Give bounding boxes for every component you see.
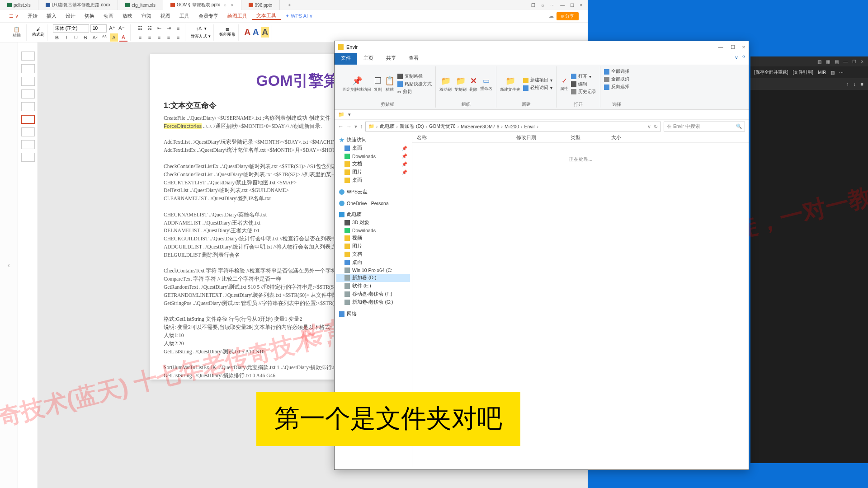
close-icon[interactable]: ×	[861, 59, 863, 64]
arrow-up-icon[interactable]: ↑	[846, 81, 849, 87]
align-right-icon[interactable]: ≡	[155, 33, 163, 42]
layout-icon[interactable]: ▥	[817, 59, 821, 64]
wordart-yellow-icon[interactable]: A	[261, 27, 269, 38]
close-icon[interactable]: ×	[231, 3, 234, 8]
maximize-icon[interactable]: ☐	[852, 59, 856, 64]
strike-button[interactable]: S	[81, 33, 90, 42]
nav-gdrive[interactable]: 新加卷-老移动 (G:)	[336, 298, 410, 306]
tab-gom-pptx[interactable]: GOM引擎课程表.pptx○×	[163, 0, 241, 10]
nav-desktop[interactable]: 桌面📌	[336, 144, 410, 152]
increase-font-icon[interactable]: A⁺	[108, 24, 116, 33]
align-left-icon[interactable]: ≡	[136, 33, 144, 42]
layout-icon[interactable]: ▦	[826, 59, 830, 64]
forward-button[interactable]: →	[346, 123, 352, 130]
menu-start[interactable]: 开始	[23, 13, 42, 19]
menu-insert[interactable]: 插入	[42, 13, 61, 19]
layout-icon[interactable]: ▤	[835, 59, 839, 64]
minimize-icon[interactable]: —	[718, 44, 723, 50]
menu-text-tool[interactable]: 文本工具	[252, 12, 281, 20]
format-brush[interactable]: 🖌格式刷	[32, 27, 44, 38]
close-icon[interactable]: ×	[580, 3, 582, 8]
maximize-icon[interactable]: ☐	[731, 44, 735, 50]
copy-path-button[interactable]: 复制路径	[397, 73, 432, 80]
nav-ddrive[interactable]: 新加卷 (D:)	[336, 274, 410, 282]
copy-to-button[interactable]: 📁复制到	[454, 76, 467, 93]
more-icon[interactable]: ⋯	[550, 3, 555, 8]
menu-drawing[interactable]: 绘图工具	[223, 13, 252, 19]
cloud-icon[interactable]: ☁	[549, 13, 554, 19]
distribute-icon[interactable]: ≡	[174, 33, 182, 42]
highlight-button[interactable]: A	[110, 33, 118, 42]
bullet-list-icon[interactable]: ☷	[136, 24, 144, 33]
col-type[interactable]: 类型	[571, 135, 611, 141]
nav-wpscloud[interactable]: WPS云盘	[336, 188, 410, 196]
italic-button[interactable]: I	[62, 33, 71, 42]
arrow-down-icon[interactable]: ↓	[854, 81, 856, 87]
crumb-gom[interactable]: GOM无忧76	[429, 123, 456, 130]
select-none-button[interactable]: 全部取消	[604, 76, 629, 83]
minimize-icon[interactable]: —	[843, 59, 848, 64]
maximize-icon[interactable]: ☐	[570, 3, 574, 8]
bold-button[interactable]: B	[53, 33, 61, 42]
justify-icon[interactable]: ≡	[165, 33, 173, 42]
nav-3d[interactable]: 3D 对象	[336, 219, 410, 227]
search-input[interactable]: 在 Envir 中搜索 🔍	[664, 122, 745, 131]
address-dropdown-icon[interactable]: ∨	[647, 124, 651, 129]
nav-pictures2[interactable]: 图片	[336, 242, 410, 250]
slide-thumb-8[interactable]	[21, 140, 35, 149]
new-folder-button[interactable]: 📁新建文件夹	[500, 76, 520, 93]
slide-thumb-9[interactable]	[21, 153, 35, 162]
tab-view[interactable]: 查看	[402, 53, 425, 65]
nav-documents2[interactable]: 文档	[336, 250, 410, 258]
indent-right-icon[interactable]: ⇥	[165, 24, 173, 33]
editor-tab-mir[interactable]: MIR	[818, 70, 826, 75]
edit-button[interactable]: 编辑	[571, 81, 596, 88]
menu-member[interactable]: 会员专享	[194, 13, 223, 19]
properties-button[interactable]: ✓属性	[560, 76, 568, 92]
nav-downloads[interactable]: Downloads📌	[336, 152, 410, 160]
delete-button[interactable]: ✕删除	[469, 76, 477, 93]
size-select[interactable]	[90, 24, 107, 33]
editor-tab-fileref[interactable]: [文件引用]	[793, 69, 814, 75]
help-icon[interactable]: ∨ ?	[731, 53, 749, 65]
open-button[interactable]: 打开 ▾	[571, 73, 596, 80]
tab-docx[interactable]: [只读]复古基本修改思路.docx	[38, 0, 118, 10]
menu-review[interactable]: 审阅	[137, 13, 156, 19]
editor-tab-save[interactable]: [保存全部并重载]	[754, 69, 788, 75]
nav-quick-access[interactable]: 快速访问	[336, 136, 410, 144]
wordart-blue-icon[interactable]: A	[252, 27, 259, 38]
back-button[interactable]: ←	[338, 123, 344, 130]
search-icon[interactable]: 🔍	[736, 123, 742, 129]
crumb-thispc[interactable]: 此电脑	[380, 123, 395, 130]
share-button[interactable]: ⎋ 分享	[557, 12, 579, 20]
crumb-envir[interactable]: Envir	[524, 124, 535, 129]
select-all-button[interactable]: 全部选择	[604, 68, 629, 75]
recent-dropdown[interactable]: ▾	[354, 123, 357, 130]
underline-button[interactable]: U	[72, 33, 80, 42]
new-item-button[interactable]: 新建项目 ▾	[523, 77, 552, 84]
up-button[interactable]: ↑	[360, 123, 363, 130]
align-text-label[interactable]: 对齐方式	[191, 33, 207, 39]
address-bar[interactable]: 📁 › 此电脑› 新加卷 (D:)› GOM无忧76› MirServerGOM…	[365, 122, 661, 131]
app-menu-icon[interactable]: ☰ ∨	[9, 13, 19, 19]
superscript-button[interactable]: A²	[91, 33, 99, 42]
tab-996-pptx[interactable]: 996.pptx	[241, 0, 280, 10]
tab-home[interactable]: 主页	[357, 53, 380, 65]
more-icon[interactable]: ⋯	[839, 70, 844, 75]
nav-fdrive[interactable]: 移动盘-老移动 (F:)	[336, 290, 410, 298]
col-date[interactable]: 修改日期	[516, 135, 571, 141]
stop-icon[interactable]: ■	[860, 81, 863, 87]
wordart-red-icon[interactable]: A	[244, 27, 250, 38]
crumb-d[interactable]: 新加卷 (D:)	[400, 123, 424, 130]
text-effect-button[interactable]: ᴬᴬ	[100, 33, 108, 42]
decrease-font-icon[interactable]: A⁻	[118, 24, 126, 33]
smart-shape-button[interactable]: ▦智能图形	[219, 27, 236, 38]
font-select[interactable]	[53, 24, 89, 33]
col-name[interactable]: 名称	[417, 135, 516, 141]
rename-button[interactable]: ▭重命名	[480, 76, 492, 92]
paste-button[interactable]: 📋粘贴	[385, 76, 395, 93]
explorer-titlebar[interactable]: Envir — ☐ ×	[335, 41, 749, 53]
panel-icon[interactable]: ▥	[830, 70, 835, 75]
nav-documents[interactable]: 文档📌	[336, 160, 410, 168]
minimize-icon[interactable]: —	[560, 3, 565, 8]
